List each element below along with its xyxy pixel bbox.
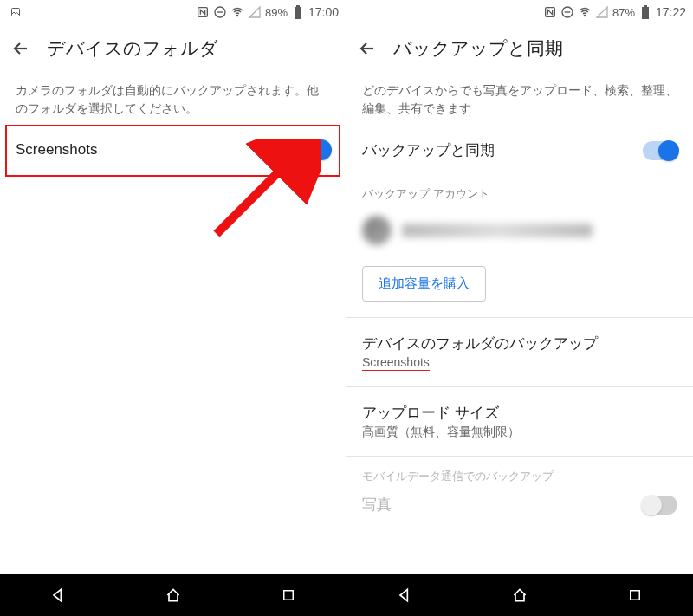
account-subheader: バックアップ アカウント (346, 172, 693, 204)
page-title: バックアップと同期 (393, 36, 563, 61)
status-bar: 87% 17:22 (346, 0, 693, 24)
section-description: どのデバイスからでも写真をアップロード、検索、整理、編集、共有できます (346, 73, 693, 128)
upload-size-row[interactable]: アップロード サイズ 高画質（無料、容量無制限） (346, 387, 693, 456)
nav-back-icon[interactable] (49, 586, 68, 605)
signal-icon (595, 5, 609, 19)
clock-time: 17:22 (656, 5, 686, 19)
account-email-redacted (402, 224, 593, 237)
svg-rect-13 (644, 5, 647, 7)
battery-percent: 89% (265, 6, 288, 19)
screen-body: どのデバイスからでも写真をアップロード、検索、整理、編集、共有できます バックア… (346, 73, 693, 574)
photo-app-icon (7, 5, 21, 19)
nav-home-icon[interactable] (164, 586, 183, 605)
svg-rect-0 (12, 9, 20, 16)
device-folders-title: デバイスのフォルダのバックアップ (362, 334, 598, 353)
battery-icon (638, 5, 652, 19)
photos-label: 写真 (362, 495, 392, 515)
nfc-icon (196, 5, 210, 19)
clock-time: 17:00 (308, 5, 339, 19)
wifi-icon (578, 5, 592, 19)
photos-mobile-row[interactable]: 写真 (346, 486, 693, 515)
section-description: カメラのフォルダは自動的にバックアップされます。他のフォルダを選択してください。 (0, 73, 346, 128)
backup-sync-toggle[interactable] (643, 141, 677, 160)
page-title: デバイスのフォルダ (47, 36, 218, 61)
photos-mobile-toggle[interactable] (643, 496, 677, 515)
battery-icon (291, 5, 305, 19)
folder-toggle[interactable] (295, 140, 330, 159)
svg-rect-6 (295, 7, 301, 19)
avatar (362, 216, 392, 245)
dnd-icon (213, 5, 227, 19)
screen-backup-sync: 87% 17:22 バックアップと同期 どのデバイスからでも写真をアップロード、… (346, 0, 693, 616)
svg-rect-5 (296, 5, 300, 7)
upload-size-value: 高画質（無料、容量無制限） (362, 425, 520, 440)
svg-rect-8 (283, 591, 293, 600)
nav-home-icon[interactable] (510, 586, 529, 605)
nfc-icon (543, 5, 557, 19)
svg-rect-14 (642, 7, 649, 19)
svg-point-4 (236, 15, 237, 16)
dnd-icon (560, 5, 574, 19)
device-folders-row[interactable]: デバイスのフォルダのバックアップ Screenshots (346, 318, 693, 386)
battery-percent: 87% (612, 6, 635, 19)
navigation-bar (346, 574, 693, 616)
highlight-annotation (5, 125, 340, 177)
signal-icon (248, 5, 262, 19)
backup-sync-label: バックアップと同期 (362, 140, 495, 160)
svg-rect-15 (631, 591, 640, 600)
back-button[interactable] (357, 38, 378, 59)
status-bar: 89% 17:00 (0, 0, 346, 24)
backup-sync-row[interactable]: バックアップと同期 (346, 128, 693, 172)
upload-size-title: アップロード サイズ (362, 403, 520, 423)
screen-body: カメラのフォルダは自動的にバックアップされます。他のフォルダを選択してください。… (0, 73, 346, 574)
screen-device-folders: 89% 17:00 デバイスのフォルダ カメラのフォルダは自動的にバックアップさ… (0, 0, 346, 616)
svg-rect-3 (217, 11, 223, 12)
navigation-bar (0, 574, 346, 616)
svg-rect-11 (565, 11, 571, 12)
buy-storage-button[interactable]: 追加容量を購入 (362, 266, 486, 302)
back-button[interactable] (10, 38, 31, 59)
nav-recent-icon[interactable] (279, 586, 298, 605)
app-bar: バックアップと同期 (346, 24, 693, 73)
nav-back-icon[interactable] (395, 586, 414, 605)
wifi-icon (230, 5, 244, 19)
svg-point-12 (584, 15, 585, 16)
nav-recent-icon[interactable] (625, 586, 644, 605)
device-folders-value: Screenshots (362, 355, 598, 371)
mobile-data-subheader: モバイルデータ通信でのバックアップ (346, 457, 693, 486)
backup-account-row[interactable] (346, 204, 693, 257)
app-bar: デバイスのフォルダ (0, 24, 346, 73)
